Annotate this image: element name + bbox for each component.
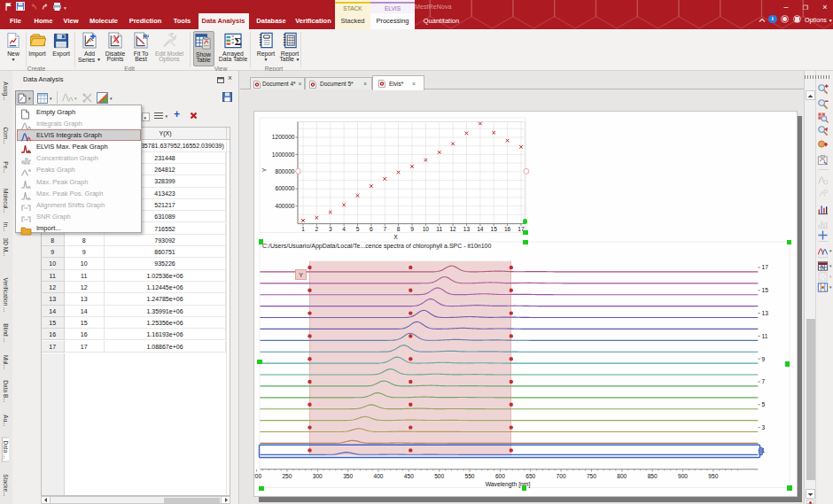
svg-text:13: 13	[762, 310, 769, 316]
svg-text:3: 3	[762, 424, 766, 430]
svg-text:2: 2	[315, 226, 319, 232]
svg-text:900: 900	[678, 473, 688, 479]
svg-text:C:/Users/Usuario/AppData/Local: C:/Users/Usuario/AppData/Local/Te...cenc…	[262, 243, 491, 250]
svg-text:1: 1	[301, 226, 305, 232]
svg-text:250: 250	[282, 473, 292, 479]
svg-text:500: 500	[434, 473, 444, 479]
svg-text:1200000: 1200000	[272, 134, 295, 140]
svg-text:1000000: 1000000	[272, 151, 295, 158]
svg-text:15: 15	[762, 287, 769, 293]
svg-text:800000: 800000	[275, 168, 294, 174]
svg-text:5: 5	[762, 401, 766, 407]
svg-text:400: 400	[373, 473, 383, 479]
svg-text:4: 4	[342, 226, 346, 232]
svg-text:7: 7	[762, 378, 766, 384]
svg-text:6: 6	[370, 226, 373, 232]
svg-text:15: 15	[491, 226, 498, 232]
svg-text:600: 600	[495, 473, 505, 479]
svg-text:7: 7	[383, 226, 386, 232]
svg-text:300: 300	[313, 473, 323, 479]
svg-text:9: 9	[762, 356, 766, 362]
svg-text:Y: Y	[299, 272, 303, 278]
svg-text:17: 17	[762, 264, 769, 270]
svg-text:400000: 400000	[275, 203, 294, 209]
svg-text:11: 11	[436, 226, 442, 232]
svg-text:11: 11	[762, 333, 768, 339]
svg-text:16: 16	[504, 226, 511, 232]
svg-text:750: 750	[587, 473, 596, 479]
svg-text:12: 12	[449, 226, 456, 232]
svg-text:5: 5	[356, 226, 360, 232]
svg-text:700: 700	[557, 473, 566, 479]
svg-text:Y: Y	[261, 167, 268, 172]
svg-text:9: 9	[410, 226, 414, 232]
svg-text:450: 450	[404, 473, 414, 479]
svg-text:800: 800	[617, 473, 627, 479]
svg-text:10: 10	[423, 226, 430, 232]
svg-text:850: 850	[648, 473, 658, 479]
svg-text:13: 13	[463, 226, 471, 232]
svg-text:200: 200	[252, 473, 261, 479]
svg-text:8: 8	[397, 226, 401, 232]
svg-text:X: X	[393, 234, 398, 240]
svg-text:350: 350	[343, 473, 353, 479]
svg-text:650: 650	[525, 473, 535, 479]
svg-text:550: 550	[465, 473, 475, 479]
svg-text:14: 14	[477, 226, 484, 232]
svg-text:950: 950	[708, 473, 718, 479]
svg-text:3: 3	[329, 226, 332, 232]
svg-text:600000: 600000	[275, 185, 294, 191]
